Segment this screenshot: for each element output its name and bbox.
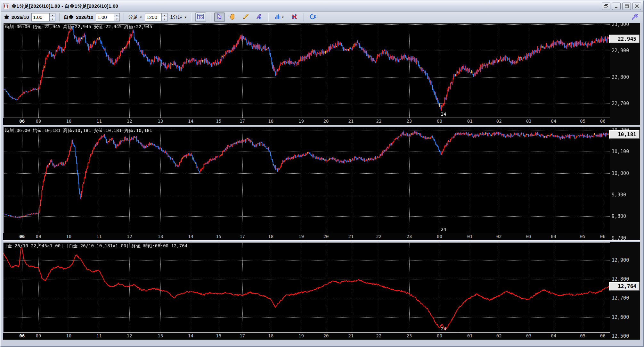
chart-settings-icon xyxy=(197,13,204,21)
time-tick-label: 02 xyxy=(496,333,502,338)
bar-count-spinner: ▲▼ xyxy=(145,13,167,21)
gold-chart-panel: 時刻:06:00 始値:22,945 高値:22,945 安値:22,945 終… xyxy=(3,23,640,125)
refresh-button[interactable]: R xyxy=(308,12,319,22)
time-tick-label: 02 xyxy=(496,234,502,239)
spread-line-chart[interactable] xyxy=(3,242,610,333)
time-tick-label: 02 xyxy=(496,119,502,124)
gold-contract-label: 2026/10 xyxy=(12,14,29,20)
price-tick-label: 10,100 xyxy=(612,149,629,154)
time-tick-label: 22 xyxy=(376,333,382,338)
gold-multiplier-input[interactable] xyxy=(31,13,49,21)
time-tick-label: 17 xyxy=(240,234,245,239)
time-tick-label: 12 xyxy=(127,333,132,338)
marker-tool-button[interactable] xyxy=(254,12,264,22)
time-tick-label: 12 xyxy=(127,119,132,124)
time-tick-label: 20 xyxy=(323,234,329,239)
current-price-box: 12,764 xyxy=(609,282,640,291)
platinum-multiplier-up-button[interactable]: ▲ xyxy=(114,13,119,18)
window-controls xyxy=(602,3,641,10)
time-tick-label: 03 xyxy=(526,119,532,124)
time-tick-label: 17 xyxy=(240,333,245,338)
gold-time-axis: 0609101112131415171819202122230001020304… xyxy=(3,118,610,125)
minimize-button[interactable] xyxy=(612,3,621,10)
time-tick-label: 13 xyxy=(158,234,163,239)
gold-multiplier-up-button[interactable]: ▲ xyxy=(50,13,55,18)
time-tick-label: 23 xyxy=(406,119,412,124)
platinum-candlestick-chart[interactable] xyxy=(3,127,610,233)
platinum-multiplier-input[interactable] xyxy=(96,13,114,21)
pan-tool-button[interactable] xyxy=(227,12,238,22)
time-tick-label: 19 xyxy=(298,234,304,239)
current-price-box: 22,945 xyxy=(609,35,640,43)
gold-candlestick-chart[interactable] xyxy=(3,23,610,118)
refresh-icon: R xyxy=(310,13,317,21)
bar-count-up-button[interactable]: ▲ xyxy=(162,13,167,18)
gold-ohlc-readout: 時刻:06:00 始値:22,945 高値:22,945 安値:22,945 終… xyxy=(5,24,152,30)
time-tick-label: 11 xyxy=(96,234,102,239)
title-bar: 金1分足[2026/10]1.00 - 白金1分足[2026/10]1.00 xyxy=(1,1,643,12)
time-tick-label: 10 xyxy=(66,234,71,239)
app-window: 金1分足[2026/10]1.00 - 白金1分足[2026/10]1.00 金… xyxy=(0,0,644,347)
indicator-menu-button[interactable]: ▼ xyxy=(273,12,287,22)
interval-dropdown[interactable]: 1分足 ▼ xyxy=(170,14,187,20)
time-tick-label: 01 xyxy=(467,234,473,239)
time-tick-label: 06 xyxy=(19,119,25,124)
gold-multiplier-spinner: ▲▼ xyxy=(31,13,55,21)
platinum-price-axis: 10,20010,10010,0009,9009,8009,70010,181 xyxy=(610,127,640,240)
time-tick-label: 20 xyxy=(323,119,329,124)
price-tick-label: 9,900 xyxy=(612,192,626,197)
cursor-arrow-icon xyxy=(216,13,222,21)
time-tick-label: 14 xyxy=(188,333,193,338)
spread-chart-panel: [金 26/10 22,945×1.00]-[白金 26/10 10,181×1… xyxy=(3,242,640,340)
draw-tool-button[interactable] xyxy=(240,12,251,22)
chevron-down-icon: ▼ xyxy=(184,16,187,19)
price-tick-label: 12,800 xyxy=(612,277,629,282)
time-tick-label: 11 xyxy=(96,333,102,338)
float-window-button[interactable] xyxy=(602,3,610,10)
time-tick-label: 06 xyxy=(600,119,606,124)
bar-count-input[interactable] xyxy=(145,13,161,21)
time-tick-label: 19 xyxy=(298,333,304,338)
bar-chart-icon xyxy=(275,14,281,21)
price-tick-label: 9,800 xyxy=(612,214,626,219)
platinum-multiplier-down-button[interactable]: ▼ xyxy=(114,17,119,21)
time-tick-label: 18 xyxy=(268,333,273,338)
maximize-button[interactable] xyxy=(622,3,631,10)
price-tick-label: 22,800 xyxy=(612,75,629,80)
time-tick-label: 06 xyxy=(19,333,25,338)
time-tick-label: 06 xyxy=(19,234,25,239)
time-tick-label: 04 xyxy=(551,234,556,239)
bar-count-down-button[interactable]: ▼ xyxy=(162,17,167,21)
settings-wrench-button[interactable] xyxy=(629,12,640,22)
time-tick-label: 21 xyxy=(348,119,354,124)
platinum-contract-label: 2026/10 xyxy=(76,14,93,20)
current-price-box: 10,181 xyxy=(609,130,640,139)
time-tick-label: 04 xyxy=(551,333,556,338)
gold-symbol-label: 金 xyxy=(4,14,9,20)
indicator-remove-button[interactable] xyxy=(289,12,300,22)
day-change-marker: 24 xyxy=(441,326,446,331)
toolbar: 金 2026/10 ▲▼ 白金 2026/10 ▲▼ 分足 ▼ ▲▼ 1分足 ▼ xyxy=(1,12,643,23)
chart-settings-button[interactable] xyxy=(195,12,206,22)
bar-type-dropdown[interactable]: 分足 ▼ xyxy=(128,14,142,20)
time-tick-label: 13 xyxy=(158,333,163,338)
gold-price-axis: 23,00022,90022,80022,70022,945 xyxy=(610,23,640,125)
hand-icon xyxy=(229,13,236,21)
time-tick-label: 01 xyxy=(467,119,473,124)
gold-multiplier-down-button[interactable]: ▼ xyxy=(50,17,55,21)
price-tick-label: 22,700 xyxy=(612,101,629,106)
platinum-ohlc-readout: 時刻:06:00 始値:10,181 高値:10,181 安値:10,181 終… xyxy=(5,128,152,134)
close-button[interactable] xyxy=(632,3,641,10)
time-tick-label: 09 xyxy=(36,119,41,124)
app-icon xyxy=(3,3,9,9)
spread-time-axis: 0609101112131415171819202122230001020304… xyxy=(3,333,610,340)
day-change-marker: 24 xyxy=(441,227,446,232)
select-tool-button[interactable] xyxy=(214,12,225,22)
time-tick-label: 00 xyxy=(437,234,442,239)
platinum-chart-panel: 時刻:06:00 始値:10,181 高値:10,181 安値:10,181 終… xyxy=(3,127,640,240)
time-tick-label: 23 xyxy=(406,234,412,239)
platinum-multiplier-spinner: ▲▼ xyxy=(96,13,120,21)
time-tick-label: 00 xyxy=(437,333,442,338)
svg-text:R: R xyxy=(314,15,316,18)
time-tick-label: 15 xyxy=(216,333,221,338)
